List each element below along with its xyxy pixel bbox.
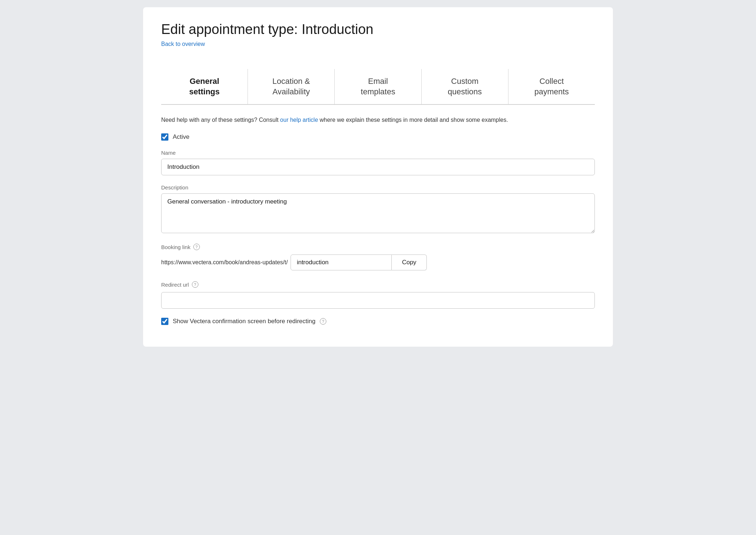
- help-article-link[interactable]: our help article: [280, 117, 318, 123]
- back-to-overview-link[interactable]: Back to overview: [161, 41, 205, 47]
- tab-collect-payments[interactable]: Collect payments: [508, 69, 595, 104]
- redirect-url-section: Redirect url ?: [161, 281, 595, 309]
- active-label: Active: [173, 133, 189, 141]
- booking-link-input[interactable]: [291, 254, 392, 270]
- page-container: Edit appointment type: Introduction Back…: [143, 7, 613, 347]
- description-field-group: Description General conversation - intro…: [161, 184, 595, 235]
- help-text: Need help with any of these settings? Co…: [161, 116, 595, 124]
- name-field-group: Name: [161, 150, 595, 175]
- tab-general-settings[interactable]: General settings: [161, 69, 248, 104]
- booking-link-section: Booking link ? https://www.vectera.com/b…: [161, 244, 595, 270]
- tab-location-availability[interactable]: Location & Availability: [248, 69, 335, 104]
- page-title: Edit appointment type: Introduction: [161, 22, 595, 37]
- booking-link-help-icon: ?: [193, 244, 200, 250]
- copy-button[interactable]: Copy: [392, 254, 427, 270]
- show-confirmation-checkbox[interactable]: [161, 318, 168, 325]
- redirect-url-help-icon: ?: [192, 281, 198, 288]
- tabs-container: General settings Location & Availability…: [161, 69, 595, 105]
- show-confirmation-row: Show Vectera confirmation screen before …: [161, 318, 595, 325]
- booking-link-label: Booking link: [161, 244, 190, 250]
- booking-link-prefix: https://www.vectera.com/book/andreas-upd…: [161, 259, 288, 266]
- redirect-url-label: Redirect url: [161, 282, 189, 288]
- active-checkbox-row: Active: [161, 133, 595, 141]
- booking-link-label-row: Booking link ?: [161, 244, 595, 250]
- redirect-url-label-row: Redirect url ?: [161, 281, 595, 288]
- name-label: Name: [161, 150, 595, 156]
- tab-email-templates[interactable]: Email templates: [335, 69, 421, 104]
- show-confirmation-help-icon: ?: [320, 318, 326, 325]
- redirect-url-input[interactable]: [161, 292, 595, 309]
- tab-custom-questions[interactable]: Custom questions: [422, 69, 508, 104]
- booking-link-row: https://www.vectera.com/book/andreas-upd…: [161, 254, 595, 270]
- active-checkbox[interactable]: [161, 133, 168, 141]
- description-label: Description: [161, 184, 595, 191]
- description-input[interactable]: General conversation - introductory meet…: [161, 193, 595, 233]
- show-confirmation-label: Show Vectera confirmation screen before …: [173, 318, 315, 325]
- name-input[interactable]: [161, 159, 595, 175]
